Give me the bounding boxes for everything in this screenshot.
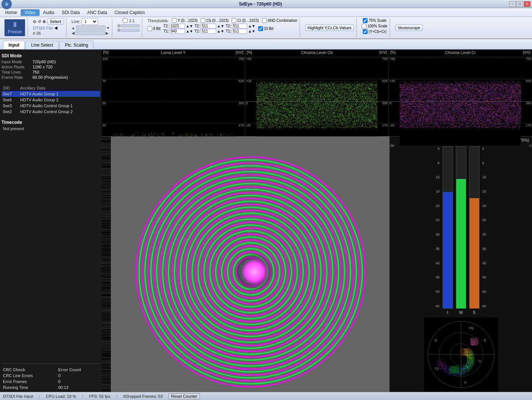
meter-s-label: S bbox=[473, 310, 475, 315]
bit10-checkbox[interactable] bbox=[258, 26, 263, 31]
crc-table: CRC Check Error Count CRC Line Errors 0 … bbox=[1, 367, 100, 390]
menu-sdi-data[interactable]: SDI Data bbox=[58, 9, 83, 16]
left-panel: SDI Mode Input Mode 720p60 (HD) Active P… bbox=[0, 50, 102, 392]
prev-icon[interactable]: ◀ bbox=[54, 26, 57, 30]
input-status: DTSDI File Input bbox=[3, 394, 33, 399]
right-content: [%] Luma Level Y [mV] 100 700 75 525 50 … bbox=[102, 50, 532, 392]
chroma-cr-panel: [%] Chroma Level Cr [mV] +50 700 +25 525… bbox=[389, 50, 532, 136]
thresholds-group: Thresholds: Y (0…1023) Cb (0…1023) Cr (0… bbox=[145, 18, 300, 37]
menu-anc-data[interactable]: ANC Data bbox=[83, 9, 111, 16]
minimize-button[interactable]: − bbox=[509, 1, 516, 7]
error-count-header: Error Count bbox=[57, 367, 100, 373]
crc-row-running-time: Running Time 00:13 bbox=[1, 384, 100, 390]
cr-t1-input[interactable] bbox=[232, 29, 247, 34]
input-mode-label: Input Mode bbox=[1, 60, 31, 64]
cb-t2-input[interactable] bbox=[201, 24, 216, 28]
scrollbar-h-left[interactable]: ◀ bbox=[72, 31, 75, 35]
refresh-icon: ↺ bbox=[38, 19, 41, 24]
select-button[interactable]: Select bbox=[47, 18, 64, 25]
anc-name-0xe6: HDTV Audio Group 2 bbox=[19, 97, 100, 103]
select-group: ⊖ ↺ ⊕ Select DTSDI File ◀ # 26 bbox=[31, 18, 66, 37]
meter-m-label: M bbox=[459, 310, 463, 315]
cr-t2-input[interactable] bbox=[232, 24, 247, 28]
slider-icon-l: ⊟ bbox=[117, 24, 120, 28]
y-t1-input[interactable] bbox=[170, 29, 185, 34]
t2-label-y: T2: bbox=[163, 24, 168, 28]
tab-input[interactable]: Input bbox=[3, 41, 25, 49]
cr-title: Chroma Level Cr bbox=[445, 50, 476, 55]
highlight-button[interactable]: Highlight Y,Cr,Cb Values bbox=[305, 24, 354, 31]
cb-unit-right: [mV] bbox=[379, 50, 387, 54]
cb-checkbox[interactable] bbox=[201, 18, 205, 23]
did-0xe6: 0xe6 bbox=[1, 97, 19, 103]
close-button[interactable]: ✕ bbox=[524, 1, 531, 7]
bit10-label: 10 Bit bbox=[264, 27, 273, 31]
menu-video[interactable]: Video bbox=[21, 9, 39, 16]
anc-row-0xe2[interactable]: 0xe2 HDTV Audio Control Group 2 bbox=[1, 109, 100, 115]
y-checkbox[interactable] bbox=[172, 18, 177, 23]
tab-line-select[interactable]: Line Select bbox=[25, 41, 58, 49]
sdi-mode-header: SDI Mode bbox=[1, 53, 100, 58]
menu-closed-caption[interactable]: Closed Caption bbox=[111, 9, 149, 16]
freeze-label: Freeze bbox=[8, 29, 22, 34]
and-checkbox[interactable] bbox=[262, 18, 267, 23]
meters-vectorscope: Vectorscope (75%) 0 5 10 15 20 25 30 35 … bbox=[390, 136, 532, 392]
freeze-button[interactable]: ⏸ Freeze bbox=[4, 19, 25, 36]
timecode-section: Timecode Not present bbox=[1, 118, 100, 132]
cb-unit-left: [%] bbox=[247, 50, 252, 54]
cb-t1-input[interactable] bbox=[201, 29, 216, 34]
scrollbar-v-left[interactable]: ▲ bbox=[72, 26, 75, 30]
scale75-checkbox[interactable] bbox=[363, 18, 368, 23]
t1-label-cb: T1: bbox=[195, 29, 200, 33]
ratio-group: 1:1 ⊟ ⊟ bbox=[115, 18, 142, 37]
highlight-group: Highlight Y,Cr,Cb Values bbox=[303, 18, 357, 37]
scale75-label: 75% Scale bbox=[369, 18, 386, 23]
cb-label: Cb (0…1023) bbox=[207, 18, 229, 23]
cr-checkbox[interactable] bbox=[232, 18, 236, 23]
anc-row-0xe7[interactable]: 0xe7 HDTV Audio Group 1 bbox=[1, 91, 100, 97]
title-bar: S SdEye - 720p60 (HD) − □ ✕ bbox=[0, 0, 532, 8]
cr-unit-left: [%] bbox=[390, 50, 395, 54]
anc-row-0xe3[interactable]: 0xe3 HDTV Audio Control Group 1 bbox=[1, 103, 100, 109]
active-pixels-value: 1280 x 720 bbox=[33, 65, 52, 69]
crc-section: CRC Check Error Count CRC Line Errors 0 … bbox=[1, 363, 100, 390]
crc-error-frames-value: 0 bbox=[57, 379, 100, 384]
crc-row-error-frames: Error Frames 0 bbox=[1, 379, 100, 384]
timecode-value: Not present bbox=[1, 126, 100, 132]
reset-counter-button[interactable]: Reset Counter bbox=[168, 393, 200, 399]
scrollbar-v-right[interactable]: ▼ bbox=[106, 26, 110, 30]
crc-line-errors-label: CRC Line Errors bbox=[1, 373, 57, 379]
ycrCb-checkbox[interactable] bbox=[363, 29, 368, 34]
fps-status: FPS: 55 fps bbox=[89, 394, 110, 399]
waveform-row: [%] Luma Level Y [mV] 100 700 75 525 50 … bbox=[102, 50, 532, 136]
line-select[interactable]: 1 bbox=[82, 18, 98, 25]
line-label: Line: bbox=[72, 19, 81, 24]
maximize-button[interactable]: □ bbox=[516, 1, 523, 7]
anc-row-0xe6[interactable]: 0xe6 HDTV Audio Group 2 bbox=[1, 97, 100, 103]
t2-label-cb: T2: bbox=[195, 24, 200, 28]
crc-row-line-errors: CRC Line Errors 0 bbox=[1, 373, 100, 379]
bit8-checkbox[interactable] bbox=[147, 26, 152, 31]
t1-label-y: T1: bbox=[163, 29, 168, 33]
anc-name-0xe2: HDTV Audio Control Group 2 bbox=[19, 109, 100, 115]
and-label: AND Combination bbox=[268, 18, 297, 23]
cpu-status: CPU Load: 19 % bbox=[46, 394, 76, 399]
y-t2-input[interactable] bbox=[170, 24, 185, 28]
scale100-checkbox[interactable] bbox=[362, 24, 366, 28]
status-bar: DTSDI File Input | CPU Load: 19 % | FPS:… bbox=[0, 392, 532, 400]
crc-error-frames-label: Error Frames bbox=[1, 379, 57, 384]
preview-area bbox=[102, 136, 390, 392]
ratio-checkbox[interactable] bbox=[123, 18, 127, 23]
thresholds-label: Thresholds: bbox=[147, 18, 168, 23]
t2-label-cr: T2: bbox=[226, 24, 231, 28]
menu-home[interactable]: Home bbox=[1, 9, 21, 16]
tab-pic-scaling[interactable]: Pic. Scaling bbox=[59, 41, 94, 49]
anc-table: DID Ancillary Data 0xe7 HDTV Audio Group… bbox=[1, 85, 100, 115]
scrollbar-h-right[interactable]: ▶ bbox=[106, 31, 109, 35]
menu-audio[interactable]: Audio bbox=[40, 9, 58, 16]
luma-title: Luma Level Y bbox=[161, 50, 185, 55]
dropped-frames-status: #Dropped Frames: 53 bbox=[123, 394, 163, 399]
vectorscope-button[interactable]: Vectorscope bbox=[395, 24, 423, 31]
frame-rate-row: Frame Rate 60.00 (Progressive) bbox=[1, 75, 100, 80]
tab-row: Input Line Select Pic. Scaling bbox=[0, 39, 532, 50]
